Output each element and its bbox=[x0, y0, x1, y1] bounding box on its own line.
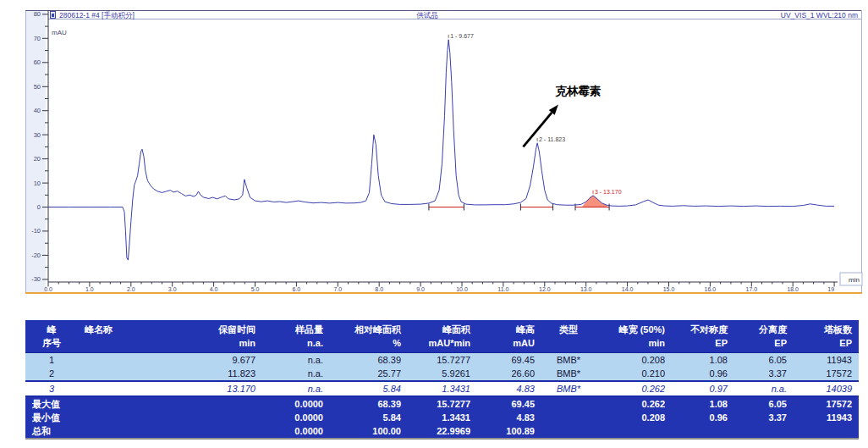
cell-name bbox=[78, 396, 178, 411]
col-no-header: 峰 bbox=[25, 320, 78, 336]
cell-name bbox=[78, 411, 178, 424]
summary-row-max: 最大值0.000068.3915.727769.450.2621.086.051… bbox=[25, 396, 859, 411]
peak-row-3[interactable]: 313.170n.a.5.841.34314.83BMB*0.2620.97n.… bbox=[25, 381, 859, 396]
cell-height: 4.83 bbox=[477, 381, 541, 396]
y-tick-label: 60 bbox=[34, 58, 41, 66]
detector-channel-title: UV_VIS_1 WVL:210 nm bbox=[781, 11, 858, 19]
col-rel_area-unit: % bbox=[330, 336, 408, 353]
cell-height: 69.45 bbox=[477, 353, 541, 368]
col-type-unit bbox=[541, 336, 596, 353]
cell-width50: 0.210 bbox=[596, 367, 672, 381]
axis-gutter bbox=[25, 10, 46, 293]
y-tick-label: -20 bbox=[31, 252, 41, 259]
cell-resolution: 3.37 bbox=[734, 367, 794, 381]
cell-asymmetry: 0.96 bbox=[672, 411, 734, 424]
x-tick-label: 7.0 bbox=[333, 286, 342, 292]
x-tick-label: 14.0 bbox=[622, 286, 634, 292]
cell-name bbox=[78, 381, 178, 396]
signal-trace bbox=[48, 40, 834, 260]
cell-plates bbox=[794, 424, 859, 438]
y-tick-label: 70 bbox=[34, 35, 41, 42]
peak-row-1[interactable]: 19.677n.a.68.3915.727769.45BMB*0.2081.08… bbox=[25, 353, 859, 368]
cell-height: 4.83 bbox=[477, 411, 541, 424]
col-width50-header: 峰宽 (50%) bbox=[596, 320, 672, 336]
cell-width50 bbox=[596, 424, 672, 438]
cell-asymmetry: 0.97 bbox=[672, 381, 734, 396]
cell-plates: 11943 bbox=[794, 411, 859, 424]
peak-2-label: 2 - 11.823 bbox=[539, 136, 565, 142]
cell-plates: 11943 bbox=[794, 353, 859, 368]
y-tick-label: 40 bbox=[34, 107, 41, 114]
peak-row-2[interactable]: 211.823n.a.25.775.926126.60BMB*0.2100.96… bbox=[25, 367, 859, 381]
signal-icon bbox=[50, 11, 56, 19]
summary-label: 总和 bbox=[25, 424, 78, 438]
cell-name bbox=[78, 424, 178, 438]
cell-height: 69.45 bbox=[477, 396, 541, 411]
x-tick-label: 12.0 bbox=[539, 286, 551, 292]
x-tick-label: 10.0 bbox=[456, 286, 468, 292]
x-tick-label: 4.0 bbox=[210, 286, 218, 292]
col-area-unit: mAU*min bbox=[408, 336, 477, 353]
summary-row-sum: 总和0.0000100.0022.9969100.89 bbox=[25, 424, 859, 438]
col-plates-unit: EP bbox=[794, 336, 859, 353]
chromatogram-panel[interactable]: -30-20-1001020304050607080mAU0.01.02.03.… bbox=[0, 0, 868, 305]
y-tick-label: 80 bbox=[34, 10, 41, 18]
cell-no: 3 bbox=[25, 381, 78, 396]
cell-asymmetry bbox=[672, 424, 734, 438]
x-tick-label: 0.0 bbox=[44, 286, 52, 292]
y-tick-label: -30 bbox=[31, 275, 41, 283]
col-resolution-header: 分离度 bbox=[734, 320, 794, 336]
x-tick-label: 6.0 bbox=[293, 286, 301, 292]
cell-amount: n.a. bbox=[262, 367, 330, 381]
y-tick-label: 10 bbox=[34, 180, 41, 187]
y-tick-label: -10 bbox=[31, 227, 41, 235]
x-tick-label: 17.0 bbox=[745, 286, 757, 292]
chromatogram-plot[interactable]: -30-20-1001020304050607080mAU0.01.02.03.… bbox=[0, 0, 868, 305]
cell-name bbox=[78, 353, 178, 368]
cell-type: BMB* bbox=[541, 381, 596, 396]
x-tick-label: 2.0 bbox=[127, 286, 135, 292]
summary-label: 最大值 bbox=[25, 396, 78, 411]
col-rt-unit: min bbox=[178, 336, 262, 353]
y-tick-label: 50 bbox=[34, 83, 41, 91]
clindamycin-annotation: 克林霉素 bbox=[555, 85, 602, 97]
col-width50-unit: min bbox=[596, 336, 672, 353]
cell-rt bbox=[178, 396, 262, 411]
col-rt-header: 保留时间 bbox=[178, 320, 262, 336]
cell-no: 2 bbox=[25, 367, 78, 381]
time-range-highlight[interactable] bbox=[25, 292, 862, 294]
x-tick-label: 16.0 bbox=[705, 286, 717, 292]
cell-rel_area: 68.39 bbox=[330, 353, 408, 368]
x-tick-label: 3.0 bbox=[168, 286, 177, 292]
x-tick-label: 9.0 bbox=[416, 286, 425, 292]
y-tick-label: 20 bbox=[34, 155, 41, 163]
col-amount-header: 样品量 bbox=[262, 320, 330, 336]
col-asymmetry-header: 不对称度 bbox=[672, 320, 734, 336]
x-tick-label: 8.0 bbox=[375, 286, 383, 292]
col-area-header: 峰面积 bbox=[408, 320, 477, 336]
cell-height: 100.89 bbox=[477, 424, 541, 438]
cell-rt: 13.170 bbox=[178, 381, 262, 396]
x-tick-label: 5.0 bbox=[251, 286, 260, 292]
col-name-header: 峰名称 bbox=[78, 320, 178, 336]
peak-results-table: 峰峰名称保留时间样品量相对峰面积峰面积峰高类型峰宽 (50%)不对称度分离度塔板… bbox=[25, 320, 859, 440]
col-height-header: 峰高 bbox=[477, 320, 541, 336]
cell-resolution: 6.05 bbox=[734, 396, 794, 411]
col-plates-header: 塔板数 bbox=[794, 320, 859, 336]
cell-resolution: 6.05 bbox=[734, 353, 794, 368]
cell-width50: 0.208 bbox=[596, 411, 672, 424]
x-tick-label: 19 bbox=[827, 286, 834, 292]
cell-asymmetry: 0.96 bbox=[672, 367, 734, 381]
sample-type-title: 供试品 bbox=[387, 11, 468, 21]
col-rel_area-header: 相对峰面积 bbox=[330, 320, 408, 336]
cell-type bbox=[541, 411, 596, 424]
col-name-unit bbox=[78, 336, 178, 353]
cell-resolution: n.a. bbox=[734, 381, 794, 396]
plot-frame bbox=[26, 11, 862, 294]
cell-rel_area: 5.84 bbox=[330, 411, 408, 424]
cell-type: BMB* bbox=[541, 353, 596, 368]
y-axis-unit: mAU bbox=[52, 29, 67, 36]
cell-rt bbox=[178, 424, 262, 438]
cell-resolution: 3.37 bbox=[734, 411, 794, 424]
summary-row-min: 最小值0.00005.841.34314.830.2080.963.371194… bbox=[25, 411, 859, 424]
